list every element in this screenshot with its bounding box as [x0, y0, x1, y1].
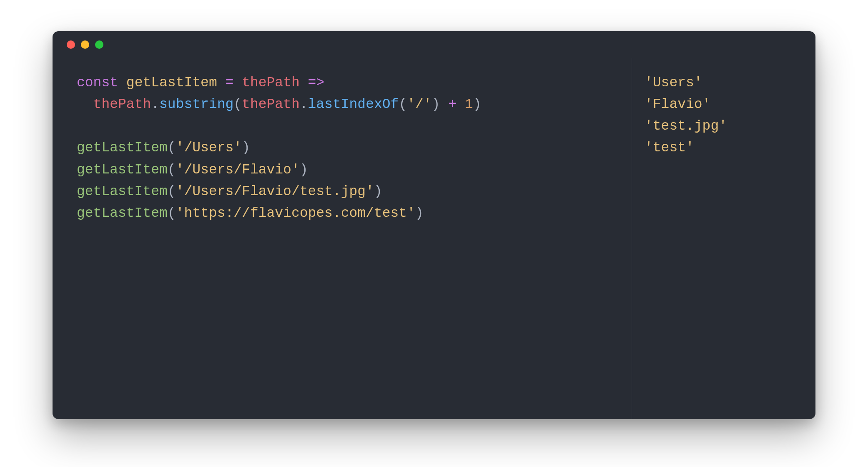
call-fn-2: getLastItem — [77, 184, 168, 199]
output-line-3: 'test' — [645, 140, 694, 156]
ident-thePath: thePath — [93, 97, 151, 112]
rparen-2: ) — [432, 97, 440, 112]
ident-thePath-2: thePath — [242, 97, 300, 112]
call-arg-2: '/Users/Flavio/test.jpg' — [176, 184, 374, 199]
window-body: const getLastItem = thePath => thePath.s… — [53, 58, 815, 419]
close-icon[interactable] — [67, 40, 75, 49]
dot: . — [151, 97, 159, 112]
call-fn-3: getLastItem — [77, 206, 168, 221]
op-arrow: => — [308, 75, 325, 90]
code-pane: const getLastItem = thePath => thePath.s… — [53, 58, 632, 419]
rparen-c1: ) — [300, 162, 308, 178]
call-arg-0: '/Users' — [176, 140, 242, 156]
call-fn-0: getLastItem — [77, 140, 168, 156]
decl-getLastItem: getLastItem — [126, 75, 217, 90]
window-titlebar — [53, 31, 815, 58]
lparen-c1: ( — [168, 162, 176, 178]
method-lastIndexOf: lastIndexOf — [308, 97, 399, 112]
lparen-c0: ( — [168, 140, 176, 156]
rparen-c2: ) — [374, 184, 382, 199]
output-pane: 'Users' 'Flavio' 'test.jpg' 'test' — [632, 58, 815, 419]
lparen-2: ( — [399, 97, 407, 112]
zoom-icon[interactable] — [95, 40, 103, 49]
lparen-c3: ( — [168, 206, 176, 221]
keyword-const: const — [77, 75, 118, 90]
op-assign: = — [226, 75, 234, 90]
rparen-c3: ) — [415, 206, 424, 221]
call-fn-1: getLastItem — [77, 162, 168, 178]
string-slash: '/' — [407, 97, 431, 112]
output-line-2: 'test.jpg' — [645, 118, 727, 134]
rparen: ) — [473, 97, 482, 112]
number-one: 1 — [465, 97, 473, 112]
lparen-c2: ( — [168, 184, 176, 199]
dot-2: . — [300, 97, 308, 112]
code-block: const getLastItem = thePath => thePath.s… — [77, 72, 615, 224]
output-line-1: 'Flavio' — [645, 97, 710, 112]
rparen-c0: ) — [242, 140, 250, 156]
output-line-0: 'Users' — [645, 75, 702, 90]
stage: const getLastItem = thePath => thePath.s… — [0, 0, 868, 467]
op-plus: + — [448, 97, 457, 112]
output-block: 'Users' 'Flavio' 'test.jpg' 'test' — [645, 72, 803, 159]
param-thePath: thePath — [242, 75, 300, 90]
call-arg-3: 'https://flavicopes.com/test' — [176, 206, 415, 221]
call-arg-1: '/Users/Flavio' — [176, 162, 300, 178]
indent — [77, 97, 93, 112]
method-substring: substring — [159, 97, 233, 112]
code-window: const getLastItem = thePath => thePath.s… — [53, 31, 815, 419]
minimize-icon[interactable] — [81, 40, 89, 49]
lparen: ( — [233, 97, 242, 112]
